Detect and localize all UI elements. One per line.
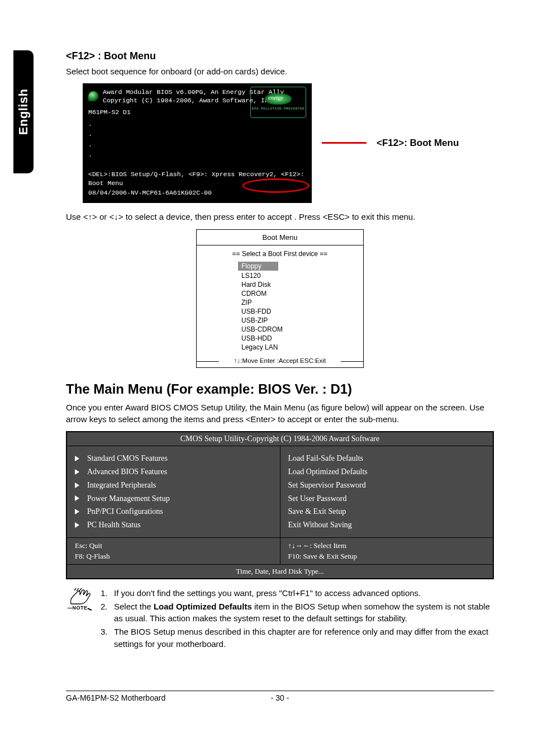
page-footer: GA-M61PM-S2 Motherboard - 30 - bbox=[66, 691, 494, 702]
cmos-menu-item: Load Fail-Safe Defaults bbox=[288, 452, 486, 465]
cmos-footer: Time, Date, Hard Disk Type... bbox=[67, 565, 493, 578]
cmos-menu-label: Advanced BIOS Features bbox=[87, 465, 167, 479]
note-item: 1.If you don't find the settings you wan… bbox=[101, 587, 494, 599]
award-logo-icon bbox=[88, 91, 98, 101]
bios-callout-row: Award Modular BIOS v6.00PG, An Energy St… bbox=[83, 83, 494, 203]
cmos-help-arrows: ↑↓→←: Select Item bbox=[288, 540, 486, 551]
main-menu-title: The Main Menu (For example: BIOS Ver. : … bbox=[66, 381, 494, 397]
boot-menu-subtitle: == Select a Boot First device == bbox=[197, 245, 363, 261]
bios-bottom-keys-a: <DEL>:BIOS Setup/Q-Flash, <F9>: Xpress R… bbox=[88, 171, 277, 178]
note-hand-icon bbox=[68, 587, 92, 606]
language-label: English bbox=[16, 89, 31, 135]
cmos-menu-item: Set User Password bbox=[288, 492, 486, 505]
boot-device-item: Floppy bbox=[241, 261, 363, 271]
bios-post-screen: Award Modular BIOS v6.00PG, An Energy St… bbox=[83, 83, 312, 203]
triangle-icon bbox=[75, 495, 79, 501]
f12-section-desc: Select boot sequence for onboard (or add… bbox=[66, 65, 494, 78]
cmos-setup-screen: CMOS Setup Utility-Copyright (C) 1984-20… bbox=[66, 431, 494, 579]
cmos-menu-item: Integrated Peripherals bbox=[75, 479, 272, 492]
note-text: If you don't find the settings you want,… bbox=[114, 587, 421, 599]
main-menu-desc: Once you enter Award BIOS CMOS Setup Uti… bbox=[66, 401, 494, 426]
cmos-title: CMOS Setup Utility-Copyright (C) 1984-20… bbox=[67, 432, 493, 446]
cmos-menu-item: PnP/PCI Configurations bbox=[75, 505, 272, 518]
red-callout-line bbox=[322, 142, 367, 144]
note-item: 2.Select the Load Optimized Defaults ite… bbox=[101, 601, 494, 625]
note-number: 1. bbox=[101, 587, 111, 599]
note-label: NOTE bbox=[72, 605, 87, 611]
cmos-left-col: Standard CMOS FeaturesAdvanced BIOS Feat… bbox=[67, 446, 280, 537]
note-block: NOTE 1.If you don't find the settings yo… bbox=[66, 587, 494, 651]
cmos-menu-item: Advanced BIOS Features bbox=[75, 465, 272, 479]
cmos-menu-item: Load Optimized Defaults bbox=[288, 465, 486, 479]
triangle-icon bbox=[75, 483, 79, 488]
footer-right bbox=[302, 693, 494, 702]
cmos-menu-item: Save & Exit Setup bbox=[288, 505, 486, 518]
cmos-menu-item: Power Management Setup bbox=[75, 492, 272, 505]
triangle-icon bbox=[75, 469, 79, 475]
language-tab: English bbox=[13, 50, 34, 173]
note-list: 1.If you don't find the settings you wan… bbox=[101, 587, 494, 651]
cmos-menu-item: Set Supervisor Password bbox=[288, 479, 486, 492]
cmos-help-f10: F10: Save & Exit Setup bbox=[288, 551, 486, 562]
energy-star-icon bbox=[265, 93, 292, 105]
cmos-help-esc: Esc: Quit bbox=[75, 540, 272, 551]
triangle-icon bbox=[75, 456, 79, 461]
boot-instruction: Use <↑> or <↓> to select a device, then … bbox=[66, 212, 494, 221]
bios-dots: .... bbox=[88, 119, 306, 160]
cmos-menu-label: PC Health Status bbox=[87, 518, 141, 532]
cmos-menu-label: PnP/PCI Configurations bbox=[87, 505, 163, 518]
footer-center: - 30 - bbox=[258, 693, 302, 702]
note-text: The BIOS Setup menus described in this c… bbox=[114, 626, 494, 650]
boot-device-item: USB-HDD bbox=[241, 334, 363, 343]
boot-device-item: USB-CDROM bbox=[241, 325, 363, 334]
energy-star-subtext: EPA POLLUTION PREVENTER bbox=[252, 107, 304, 111]
note-icon-col: NOTE bbox=[66, 587, 94, 611]
cmos-menu-label: Integrated Peripherals bbox=[87, 479, 156, 492]
energy-star-badge: EPA POLLUTION PREVENTER bbox=[250, 87, 306, 118]
cmos-menu-item: Exit Without Saving bbox=[288, 518, 486, 532]
f12-section-title: <F12> : Boot Menu bbox=[66, 50, 494, 62]
triangle-icon bbox=[75, 522, 79, 528]
boot-menu-title: Boot Menu bbox=[197, 230, 363, 245]
note-number: 3. bbox=[101, 626, 111, 650]
boot-device-item: Hard Disk bbox=[241, 280, 363, 289]
cmos-menu-label: Standard CMOS Features bbox=[87, 452, 168, 465]
cmos-menu-item: PC Health Status bbox=[75, 518, 272, 532]
boot-device-item: Legacy LAN bbox=[241, 343, 363, 352]
note-text: Select the Load Optimized Defaults item … bbox=[114, 601, 494, 625]
note-number: 2. bbox=[101, 601, 111, 625]
cmos-help-right: ↑↓→←: Select Item F10: Save & Exit Setup bbox=[280, 538, 493, 564]
bios-bottom-date: 08/04/2006-NV-MCP61-6A61KG02C-00 bbox=[88, 189, 212, 196]
cmos-help-left: Esc: Quit F8: Q-Flash bbox=[67, 538, 280, 564]
cmos-menu-item: Standard CMOS Features bbox=[75, 452, 272, 465]
triangle-icon bbox=[75, 509, 79, 514]
boot-menu-footer: ↑↓:Move Enter :Accept ESC:Exit bbox=[197, 355, 363, 367]
cmos-menu-label: Power Management Setup bbox=[87, 492, 170, 505]
boot-device-list: FloppyLS120Hard DiskCDROMZIPUSB-FDDUSB-Z… bbox=[197, 261, 363, 355]
boot-device-item: ZIP bbox=[241, 298, 363, 307]
boot-menu-box: Boot Menu == Select a Boot First device … bbox=[196, 229, 364, 368]
cmos-help-f8: F8: Q-Flash bbox=[75, 551, 272, 562]
note-item: 3.The BIOS Setup menus described in this… bbox=[101, 626, 494, 650]
boot-device-item: USB-FDD bbox=[241, 307, 363, 316]
boot-device-item: LS120 bbox=[241, 271, 363, 280]
f12-callout-label: <F12>: Boot Menu bbox=[377, 138, 459, 149]
boot-device-item: USB-ZIP bbox=[241, 316, 363, 325]
cmos-right-col: Load Fail-Safe DefaultsLoad Optimized De… bbox=[280, 446, 493, 537]
boot-device-item: CDROM bbox=[241, 289, 363, 298]
footer-left: GA-M61PM-S2 Motherboard bbox=[66, 693, 258, 702]
